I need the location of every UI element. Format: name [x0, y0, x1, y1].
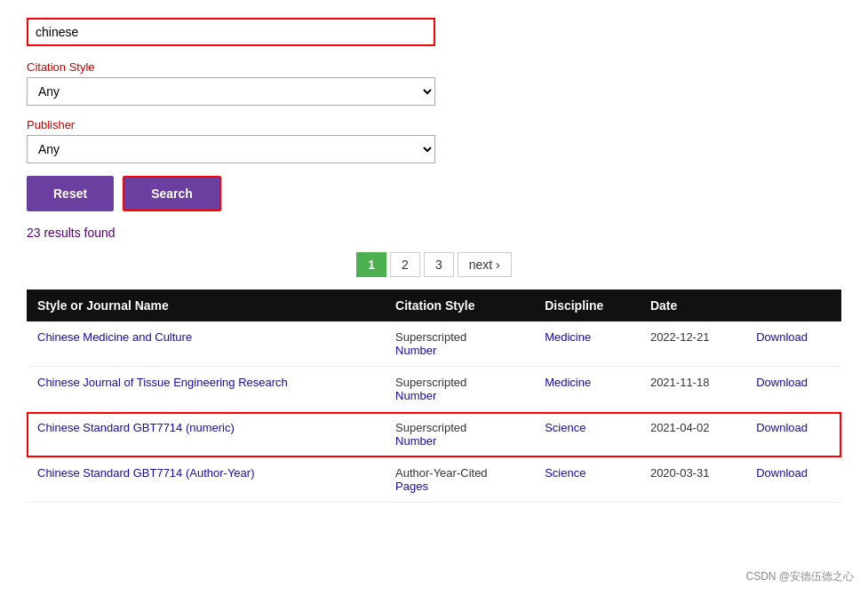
search-input[interactable] — [27, 18, 435, 46]
download-cell: Download — [745, 321, 841, 367]
col-header-date: Date — [640, 290, 745, 321]
citation-style-cell: SuperscriptedNumber — [385, 367, 534, 412]
date-cell: 2022-12-21 — [640, 321, 745, 367]
download-cell: Download — [745, 412, 841, 457]
publisher-filter: Publisher Any — [27, 118, 841, 163]
journal-name-link[interactable]: Chinese Journal of Tissue Engineering Re… — [37, 376, 288, 389]
table-row: Chinese Journal of Tissue Engineering Re… — [27, 367, 841, 412]
download-link[interactable]: Download — [756, 466, 808, 480]
results-count: 23 results found — [27, 226, 841, 240]
page-btn-1[interactable]: 1 — [356, 252, 386, 277]
citation-style-cell: Author-Year-CitedPages — [385, 457, 534, 503]
download-link[interactable]: Download — [756, 376, 808, 389]
discipline-cell: Science — [534, 457, 640, 503]
citation-style-filter: Citation Style Any — [27, 60, 841, 106]
download-cell: Download — [745, 367, 841, 412]
date-cell: 2021-11-18 — [640, 367, 745, 412]
table-row: Chinese Medicine and CultureSuperscripte… — [27, 321, 841, 367]
citation-style-select[interactable]: Any — [27, 77, 435, 106]
discipline-link[interactable]: Science — [545, 421, 585, 434]
discipline-cell: Science — [534, 412, 640, 457]
table-row: Chinese Standard GBT7714 (Author-Year)Au… — [27, 457, 841, 503]
col-header-citation-style: Citation Style — [385, 290, 534, 321]
col-header-name: Style or Journal Name — [27, 290, 385, 321]
reset-button[interactable]: Reset — [27, 176, 114, 211]
discipline-cell: Medicine — [534, 321, 640, 367]
search-wrapper — [27, 18, 841, 46]
date-cell: 2021-04-02 — [640, 412, 745, 457]
search-button[interactable]: Search — [123, 176, 221, 211]
journal-name-link[interactable]: Chinese Standard GBT7714 (numeric) — [37, 421, 235, 434]
col-header-discipline: Discipline — [534, 290, 640, 321]
page-btn-3[interactable]: 3 — [424, 252, 454, 277]
table-header-row: Style or Journal Name Citation Style Dis… — [27, 290, 841, 321]
citation-style-cell: SuperscriptedNumber — [385, 412, 534, 457]
journal-name-link[interactable]: Chinese Standard GBT7714 (Author-Year) — [37, 466, 255, 480]
download-link[interactable]: Download — [756, 330, 808, 344]
discipline-cell: Medicine — [534, 367, 640, 412]
table-row: Chinese Standard GBT7714 (numeric)Supers… — [27, 412, 841, 457]
page-btn-2[interactable]: 2 — [390, 252, 420, 277]
col-header-action — [745, 290, 841, 321]
discipline-link[interactable]: Medicine — [545, 330, 591, 344]
results-table: Style or Journal Name Citation Style Dis… — [27, 290, 841, 503]
journal-name-link[interactable]: Chinese Medicine and Culture — [37, 330, 192, 344]
discipline-link[interactable]: Medicine — [545, 376, 591, 389]
journal-name-cell: Chinese Standard GBT7714 (Author-Year) — [27, 457, 385, 503]
publisher-label: Publisher — [27, 118, 841, 131]
page-btn-next[interactable]: next › — [458, 252, 512, 277]
citation-style-cell: SuperscriptedNumber — [385, 321, 534, 367]
journal-name-cell: Chinese Journal of Tissue Engineering Re… — [27, 367, 385, 412]
journal-name-cell: Chinese Standard GBT7714 (numeric) — [27, 412, 385, 457]
download-link[interactable]: Download — [756, 421, 808, 434]
citation-style-label: Citation Style — [27, 60, 841, 74]
action-buttons: Reset Search — [27, 176, 841, 211]
download-cell: Download — [745, 457, 841, 503]
discipline-link[interactable]: Science — [545, 466, 585, 480]
date-cell: 2020-03-31 — [640, 457, 745, 503]
journal-name-cell: Chinese Medicine and Culture — [27, 321, 385, 367]
publisher-select[interactable]: Any — [27, 135, 435, 163]
pagination: 1 2 3 next › — [27, 252, 841, 277]
